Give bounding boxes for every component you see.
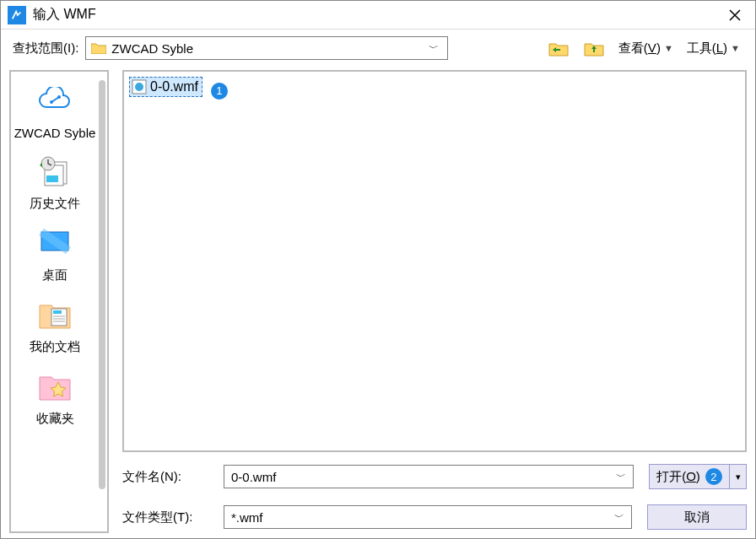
location-text: ZWCAD Syble — [111, 41, 425, 56]
annotation-badge-1: 1 — [211, 83, 228, 100]
filetype-combo[interactable]: *.wmf ﹀ — [224, 505, 632, 529]
filename-row: 文件名(N): 0-0.wmf ﹀ 打开(O) 2 ▾ — [122, 461, 747, 493]
lookin-label: 查找范围(I): — [13, 40, 78, 57]
documents-icon — [36, 297, 73, 331]
filetype-row: 文件类型(T): *.wmf ﹀ 取消 — [122, 501, 747, 533]
location-combo[interactable]: ZWCAD Syble ﹀ — [85, 36, 448, 60]
sidebar-item-documents[interactable]: 我的文档 — [11, 288, 99, 360]
svg-rect-4 — [46, 175, 58, 182]
close-button[interactable] — [721, 5, 748, 25]
window-title: 输入 WMF — [33, 6, 721, 24]
main-area: 0-0.wmf 1 文件名(N): 0-0.wmf ﹀ 打开(O) 2 ▾ — [122, 70, 747, 533]
back-button[interactable] — [544, 37, 573, 59]
file-list[interactable]: 0-0.wmf 1 — [122, 70, 747, 452]
sidebar-item-favorites[interactable]: 收藏夹 — [11, 360, 99, 432]
file-item[interactable]: 0-0.wmf — [129, 77, 202, 97]
chevron-down-icon: ﹀ — [616, 470, 626, 484]
sidebar-scrollbar[interactable] — [99, 80, 105, 489]
tools-menu[interactable]: 工具(L) ▼ — [683, 37, 743, 59]
sidebar-item-zwcad[interactable]: ZWCAD Syble — [11, 75, 99, 145]
history-icon — [36, 154, 73, 187]
chevron-down-icon: ▼ — [731, 43, 740, 53]
places-sidebar: ZWCAD Syble — [9, 70, 109, 533]
up-button[interactable] — [580, 37, 608, 59]
dialog-window: 输入 WMF 查找范围(I): ZWCAD Syble ﹀ 查看(V) ▼ 工具… — [0, 0, 756, 539]
desktop-icon — [36, 225, 73, 259]
view-menu[interactable]: 查看(V) ▼ — [615, 37, 677, 59]
favorites-icon — [36, 369, 73, 402]
chevron-down-icon: ▼ — [664, 43, 673, 53]
app-icon — [8, 6, 26, 24]
svg-point-13 — [135, 83, 143, 91]
wmf-file-icon — [132, 79, 147, 94]
svg-point-1 — [57, 95, 61, 99]
titlebar: 输入 WMF — [1, 1, 755, 30]
toolbar: 查找范围(I): ZWCAD Syble ﹀ 查看(V) ▼ 工具(L) ▼ — [1, 30, 755, 67]
filetype-label: 文件类型(T): — [122, 509, 224, 526]
svg-rect-8 — [53, 310, 62, 314]
filename-input[interactable]: 0-0.wmf ﹀ — [224, 465, 634, 488]
filename-label: 文件名(N): — [122, 469, 224, 485]
cloud-icon — [36, 84, 73, 117]
open-dropdown-button[interactable]: ▾ — [730, 464, 747, 489]
chevron-down-icon: ﹀ — [614, 510, 624, 525]
sidebar-item-desktop[interactable]: 桌面 — [11, 217, 99, 288]
dialog-body: ZWCAD Syble — [1, 67, 755, 538]
annotation-badge-2: 2 — [705, 468, 722, 485]
open-button[interactable]: 打开(O) 2 — [649, 464, 730, 489]
sidebar-item-history[interactable]: 历史文件 — [11, 145, 99, 217]
cancel-button[interactable]: 取消 — [647, 504, 747, 530]
chevron-down-icon: ﹀ — [425, 41, 442, 56]
folder-icon — [91, 42, 106, 54]
